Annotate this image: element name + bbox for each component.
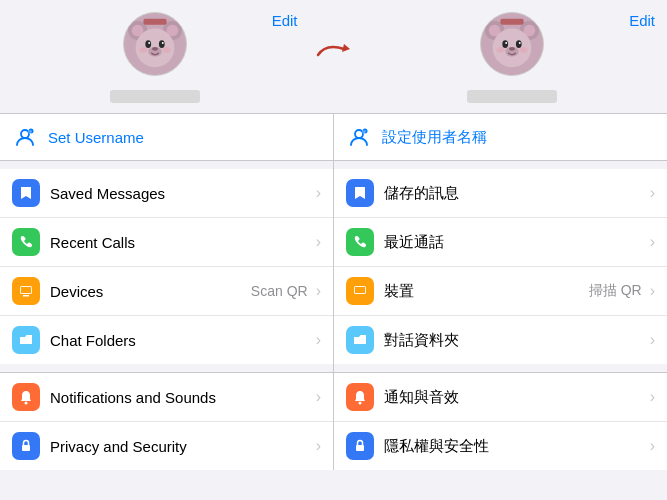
notifications-icon-r <box>346 383 374 411</box>
svg-point-24 <box>505 42 507 44</box>
svg-point-23 <box>516 40 522 48</box>
right-profile-name <box>467 90 557 103</box>
transition-arrow <box>310 12 358 103</box>
saved-messages-label: Saved Messages <box>50 185 312 202</box>
list-item[interactable]: 通知與音效 › <box>334 373 667 422</box>
chevron-icon: › <box>316 437 321 455</box>
privacy-label: Privacy and Security <box>50 438 312 455</box>
list-item[interactable]: Devices Scan QR › <box>0 267 333 316</box>
notifications-icon <box>12 383 40 411</box>
chevron-icon: › <box>316 331 321 349</box>
svg-point-11 <box>152 47 158 51</box>
top-profiles-section: Edit <box>0 0 667 113</box>
devices-label: Devices <box>50 283 251 300</box>
chevron-icon: › <box>316 388 321 406</box>
left-avatar[interactable] <box>123 12 187 76</box>
svg-point-22 <box>503 40 509 48</box>
chat-folders-label: Chat Folders <box>50 332 312 349</box>
privacy-icon <box>12 432 40 460</box>
chat-folders-icon-r <box>346 326 374 354</box>
chevron-icon: › <box>650 331 655 349</box>
left-username-row[interactable]: @ Set Username <box>0 114 333 160</box>
chat-folders-label-r: 對話資料夾 <box>384 331 646 350</box>
list-item[interactable]: Saved Messages › <box>0 169 333 218</box>
devices-icon <box>12 277 40 305</box>
chevron-icon: › <box>650 282 655 300</box>
main-panels: @ Set Username Saved Messages › <box>0 114 667 470</box>
svg-text:@: @ <box>28 129 32 134</box>
right-username-label: 設定使用者名稱 <box>382 128 487 147</box>
chevron-icon: › <box>316 282 321 300</box>
panel-right: @ 設定使用者名稱 儲存的訊息 › <box>334 114 667 470</box>
svg-text:@: @ <box>362 129 366 134</box>
svg-marker-15 <box>342 44 350 52</box>
saved-messages-label-r: 儲存的訊息 <box>384 184 646 203</box>
chevron-icon: › <box>650 233 655 251</box>
left-menu-group-2: Notifications and Sounds › Privacy and S… <box>0 373 333 470</box>
svg-point-37 <box>25 402 28 405</box>
list-item[interactable]: 裝置 掃描 QR › <box>334 267 667 316</box>
chevron-icon: › <box>316 184 321 202</box>
right-username-icon: @ <box>346 124 372 150</box>
svg-point-28 <box>497 47 505 53</box>
privacy-icon-r <box>346 432 374 460</box>
chevron-icon: › <box>650 437 655 455</box>
left-profile: Edit <box>0 12 310 103</box>
svg-rect-30 <box>501 19 524 25</box>
devices-hint-r: 掃描 QR <box>589 282 642 300</box>
chevron-icon: › <box>650 388 655 406</box>
left-menu-group-1: Saved Messages › Recent Calls › <box>0 169 333 364</box>
right-edit-button[interactable]: Edit <box>629 12 655 29</box>
recent-calls-label-r: 最近通話 <box>384 233 646 252</box>
svg-rect-38 <box>22 445 30 451</box>
svg-rect-36 <box>21 287 31 293</box>
recent-calls-label: Recent Calls <box>50 234 312 251</box>
left-gap-1 <box>0 161 333 169</box>
left-gap-2 <box>0 364 333 372</box>
notifications-label-r: 通知與音效 <box>384 388 646 407</box>
left-profile-name <box>110 90 200 103</box>
svg-rect-45 <box>356 445 364 451</box>
list-item[interactable]: Chat Folders › <box>0 316 333 364</box>
right-profile: Edit <box>358 12 668 103</box>
list-item[interactable]: 隱私權與安全性 › <box>334 422 667 470</box>
right-menu-group-2: 通知與音效 › 隱私權與安全性 › <box>334 373 667 470</box>
privacy-label-r: 隱私權與安全性 <box>384 437 646 456</box>
svg-point-7 <box>159 40 165 48</box>
left-username-label: Set Username <box>48 129 144 146</box>
svg-point-27 <box>509 47 515 51</box>
svg-rect-14 <box>143 19 166 25</box>
list-item[interactable]: 對話資料夾 › <box>334 316 667 364</box>
recent-calls-icon <box>12 228 40 256</box>
svg-point-8 <box>148 42 150 44</box>
list-item[interactable]: Notifications and Sounds › <box>0 373 333 422</box>
list-item[interactable]: 儲存的訊息 › <box>334 169 667 218</box>
chevron-icon: › <box>650 184 655 202</box>
svg-point-12 <box>139 47 147 53</box>
list-item[interactable]: Privacy and Security › <box>0 422 333 470</box>
recent-calls-icon-r <box>346 228 374 256</box>
devices-hint: Scan QR <box>251 283 308 299</box>
svg-point-44 <box>359 402 362 405</box>
devices-icon-r <box>346 277 374 305</box>
right-gap-2 <box>334 364 667 372</box>
list-item[interactable]: Recent Calls › <box>0 218 333 267</box>
chat-folders-icon <box>12 326 40 354</box>
svg-point-6 <box>145 40 151 48</box>
chevron-icon: › <box>316 233 321 251</box>
left-username-icon: @ <box>12 124 38 150</box>
left-edit-button[interactable]: Edit <box>272 12 298 29</box>
panel-left: @ Set Username Saved Messages › <box>0 114 334 470</box>
svg-point-29 <box>520 47 528 53</box>
saved-messages-icon <box>12 179 40 207</box>
right-username-row[interactable]: @ 設定使用者名稱 <box>334 114 667 160</box>
svg-rect-35 <box>23 295 29 297</box>
right-menu-group-1: 儲存的訊息 › 最近通話 › 裝置 <box>334 169 667 364</box>
list-item[interactable]: 最近通話 › <box>334 218 667 267</box>
right-avatar[interactable] <box>480 12 544 76</box>
svg-point-13 <box>163 47 171 53</box>
svg-point-9 <box>162 42 164 44</box>
saved-messages-icon-r <box>346 179 374 207</box>
svg-rect-43 <box>355 287 365 293</box>
right-gap-1 <box>334 161 667 169</box>
